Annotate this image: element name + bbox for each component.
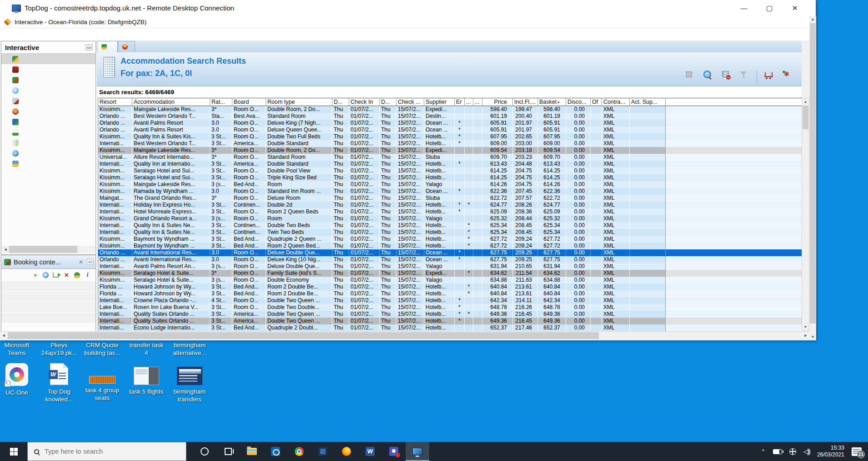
column-header-accommodation[interactable]: Accommodation <box>132 98 210 106</box>
table-row[interactable]: Kissimm...Seralago Hotel and Sui...3 St.… <box>98 174 802 181</box>
window-horizontal-scrollbar[interactable]: ◄ ► <box>0 331 809 339</box>
window-vertical-scrollbar[interactable]: ▲ ▼ <box>809 16 816 340</box>
start-button[interactable] <box>0 442 27 461</box>
table-row[interactable]: Kissimm...Ramada by Wyndham ...3.0Room O… <box>98 188 802 195</box>
table-row[interactable]: Kissimm...Seralago Hotel & Suite...3*Roo… <box>98 270 802 277</box>
table-row[interactable]: Florida ...Howard Johnson by Wy...3 St..… <box>98 290 802 297</box>
column-header-flag2[interactable]: ... <box>473 98 482 106</box>
taskbar-icon-cortana[interactable] <box>193 442 216 461</box>
taskbar-clock[interactable]: 15:33 26/03/2021 <box>817 445 844 458</box>
column-header-flag1[interactable]: ... <box>465 98 473 106</box>
sidebar-item-old-documents[interactable] <box>1 137 95 148</box>
column-header-day-in[interactable]: D... <box>332 98 349 106</box>
hotel-basis-search-button[interactable] <box>702 70 712 84</box>
column-header-offer[interactable]: Of <box>591 98 602 106</box>
table-row[interactable]: Kissimm...Seralago Hotel and Sui...3 St.… <box>98 167 802 174</box>
table-row[interactable]: Orlando ...Avanti Palms Resort3.0Room O.… <box>98 120 802 127</box>
nett-pric--button[interactable] <box>782 70 792 84</box>
table-row[interactable]: Internati...Avanti Palms Resort An...3 (… <box>98 263 802 270</box>
column-header-price[interactable]: Price <box>482 98 513 106</box>
table-row[interactable]: Orlando ...Best Western Orlando T...Sta.… <box>98 113 802 120</box>
facilities-filter-button[interactable] <box>738 70 748 84</box>
sidebar-item-quick-quotes[interactable] <box>1 85 95 96</box>
scrollbar-thumb[interactable] <box>810 23 816 324</box>
sidebar-item-payments[interactable] <box>1 117 95 127</box>
network-icon[interactable] <box>789 448 796 455</box>
table-row[interactable]: Internati...Quality Inn & Suites Ne...3 … <box>98 229 802 236</box>
column-header-resort[interactable]: Resort <box>98 98 132 106</box>
sidebar-item-contracts[interactable] <box>1 96 95 106</box>
palm-icon[interactable] <box>74 272 80 278</box>
taskbar-icon-firefox[interactable] <box>335 442 358 461</box>
basket-go-icon[interactable] <box>53 273 59 278</box>
quote-clock-icon[interactable] <box>43 272 49 278</box>
scroll-right-icon[interactable]: ► <box>802 332 809 339</box>
scrollbar-thumb[interactable] <box>803 106 808 129</box>
table-row[interactable]: Kissimm...Maingate Lakeside Res...3*Room… <box>98 106 802 113</box>
desktop-icon-uc-one[interactable]: UC-One <box>0 363 39 396</box>
desktop-icon-transfer-task-4[interactable]: transfer task4 <box>125 341 168 357</box>
column-header-rating[interactable]: Rat... <box>210 98 232 106</box>
sidebar-item-maintenance[interactable] <box>1 158 95 169</box>
table-row[interactable]: Internati...Hotel Monreale Express...3 S… <box>98 208 802 215</box>
volume-icon[interactable]: ◁)) <box>803 448 810 455</box>
desktop-icon-task-4-group-seats[interactable]: task 4 groupseats <box>80 363 124 402</box>
booking-panel-close-icon[interactable]: ✕ <box>79 259 83 265</box>
column-header-discount[interactable]: Disco... <box>566 98 591 106</box>
table-row[interactable]: Kissimm...Grand Orlando Resort a...3 (s.… <box>98 215 802 222</box>
maximize-button[interactable]: ▢ <box>757 0 782 16</box>
table-row[interactable]: Internati...Econo Lodge Internatio...3 S… <box>98 324 802 331</box>
table-row[interactable]: Lake Bue...Rosen Inn Lake Buena V...3 St… <box>98 304 802 311</box>
tray-chevron-icon[interactable]: ⌃ <box>761 448 766 455</box>
panel-collapse-icon[interactable]: ▭ <box>85 44 93 51</box>
taskbar-icon-outlook[interactable] <box>264 442 287 461</box>
scroll-left-icon[interactable]: ◄ <box>2 246 9 253</box>
sidebar-item-viewdata[interactable] <box>1 148 95 158</box>
table-row[interactable]: Universal...Allure Resort Internatio...3… <box>98 154 802 161</box>
table-row[interactable]: Kissimm...Baymont by Wyndham ...3 St...B… <box>98 236 802 243</box>
taskbar-icon-blue-app[interactable] <box>311 442 335 461</box>
table-row[interactable]: Florida ...Howard Johnson by Wy...3 St..… <box>98 284 802 290</box>
notification-center-icon[interactable]: 21 <box>852 447 862 456</box>
column-header-incl-flight[interactable]: Incl.Fl.... <box>513 98 538 106</box>
table-row[interactable]: Maingat...The Grand Orlando Res...3*Room… <box>98 195 802 202</box>
desktop-icon-top-dog-knowled-[interactable]: WTop Dogknowled... <box>37 363 81 403</box>
table-row[interactable]: Kissimm...Seralago Hotel & Suite...3 (s.… <box>98 277 802 284</box>
erase-filtered-out-button[interactable] <box>720 70 730 84</box>
scrollbar-thumb[interactable] <box>9 246 77 253</box>
desktop-icon-task-5-flights[interactable]: task 5 flights <box>125 363 168 395</box>
column-header-act-supplier[interactable]: Act. Sup... <box>630 98 666 106</box>
desktop-icon-birmingham-transfers[interactable]: birminghamtransfers <box>168 363 211 403</box>
booking-panel-tab[interactable]: Booking conte... ✕ ▭ <box>1 255 95 269</box>
taskbar-icon-remote-desktop[interactable] <box>406 442 429 461</box>
sidebar-horizontal-scrollbar[interactable]: ◄ <box>2 246 95 253</box>
column-header-contract[interactable]: Contra... <box>602 98 630 106</box>
sidebar-item-completed-bookings[interactable] <box>1 75 95 85</box>
booking-panel-restore-icon[interactable]: ▭ <box>87 259 94 265</box>
sidebar-item-reporting-and-analytics[interactable] <box>1 127 95 137</box>
sidebar-item-booking-status[interactable] <box>1 64 95 75</box>
table-row[interactable]: Kissimm...Baymont by Wyndham ...3 St...B… <box>98 243 802 249</box>
column-header-check-in[interactable]: Check In <box>349 98 380 106</box>
scroll-down-icon[interactable]: ▼ <box>809 334 816 340</box>
sidebar-item-direct-clients[interactable] <box>1 106 95 117</box>
column-header-basket[interactable]: Basket▼ <box>538 98 566 106</box>
table-row[interactable]: Orlando ...Avanti International Res...3.… <box>98 256 802 263</box>
table-row[interactable]: Kissimm...Quality Inn & Suites Kis...3 S… <box>98 133 802 140</box>
table-row[interactable]: Orlando ...Avanti International Res...3.… <box>98 249 802 256</box>
scrollbar-thumb[interactable] <box>8 332 599 339</box>
info-icon[interactable]: i <box>84 272 91 279</box>
table-vertical-scrollbar[interactable]: ▲ ▼ <box>802 98 809 331</box>
close-button[interactable]: ✕ <box>782 0 808 16</box>
table-row[interactable]: Internati...Quality Inn at Internatio...… <box>98 161 802 167</box>
table-row[interactable]: Internati...Quality Suites Orlando ...3 … <box>98 318 802 324</box>
desktop-icon-pkeys-24apr19-pk-[interactable]: Pkeys24apr19.pk... <box>37 341 81 357</box>
tab-direct-clients-search[interactable] <box>118 41 135 52</box>
desktop-icon-birmingham-alternative-[interactable]: birminghamalternative... <box>168 341 211 357</box>
sidebar-item-new-booking[interactable] <box>1 54 95 64</box>
scroll-up-icon[interactable]: ▲ <box>802 98 809 105</box>
search-input[interactable] <box>45 448 172 455</box>
taskbar-icon-word[interactable]: W <box>358 442 382 461</box>
column-header-supplier[interactable]: Supplier <box>424 98 455 106</box>
column-header-check-out[interactable]: Check ... <box>396 98 424 106</box>
